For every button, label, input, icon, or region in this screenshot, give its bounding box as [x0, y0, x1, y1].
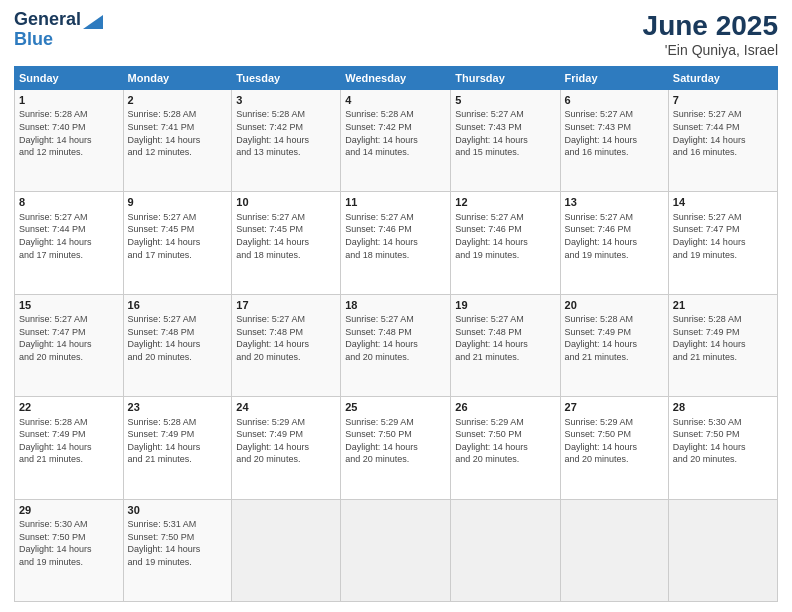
- title-section: June 2025 'Ein Quniya, Israel: [643, 10, 778, 58]
- table-row: 22Sunrise: 5:28 AM Sunset: 7:49 PM Dayli…: [15, 397, 124, 499]
- day-info: Sunrise: 5:29 AM Sunset: 7:50 PM Dayligh…: [345, 416, 446, 466]
- day-number: 13: [565, 195, 664, 210]
- day-info: Sunrise: 5:28 AM Sunset: 7:42 PM Dayligh…: [345, 108, 446, 158]
- day-info: Sunrise: 5:27 AM Sunset: 7:43 PM Dayligh…: [455, 108, 555, 158]
- day-info: Sunrise: 5:28 AM Sunset: 7:49 PM Dayligh…: [128, 416, 228, 466]
- table-row: 9Sunrise: 5:27 AM Sunset: 7:45 PM Daylig…: [123, 192, 232, 294]
- calendar-week-row: 8Sunrise: 5:27 AM Sunset: 7:44 PM Daylig…: [15, 192, 778, 294]
- table-row: 6Sunrise: 5:27 AM Sunset: 7:43 PM Daylig…: [560, 90, 668, 192]
- table-row: 8Sunrise: 5:27 AM Sunset: 7:44 PM Daylig…: [15, 192, 124, 294]
- day-number: 3: [236, 93, 336, 108]
- table-row: 16Sunrise: 5:27 AM Sunset: 7:48 PM Dayli…: [123, 294, 232, 396]
- day-info: Sunrise: 5:29 AM Sunset: 7:50 PM Dayligh…: [455, 416, 555, 466]
- table-row: 18Sunrise: 5:27 AM Sunset: 7:48 PM Dayli…: [341, 294, 451, 396]
- day-info: Sunrise: 5:27 AM Sunset: 7:48 PM Dayligh…: [455, 313, 555, 363]
- day-info: Sunrise: 5:27 AM Sunset: 7:48 PM Dayligh…: [128, 313, 228, 363]
- table-row: [668, 499, 777, 601]
- calendar-week-row: 22Sunrise: 5:28 AM Sunset: 7:49 PM Dayli…: [15, 397, 778, 499]
- table-row: 7Sunrise: 5:27 AM Sunset: 7:44 PM Daylig…: [668, 90, 777, 192]
- table-row: 23Sunrise: 5:28 AM Sunset: 7:49 PM Dayli…: [123, 397, 232, 499]
- day-number: 30: [128, 503, 228, 518]
- day-number: 11: [345, 195, 446, 210]
- table-row: 27Sunrise: 5:29 AM Sunset: 7:50 PM Dayli…: [560, 397, 668, 499]
- day-number: 20: [565, 298, 664, 313]
- day-number: 17: [236, 298, 336, 313]
- logo-blue: Blue: [14, 30, 53, 50]
- calendar-header-row: Sunday Monday Tuesday Wednesday Thursday…: [15, 67, 778, 90]
- day-number: 14: [673, 195, 773, 210]
- header-tuesday: Tuesday: [232, 67, 341, 90]
- svg-marker-0: [83, 15, 103, 29]
- calendar-week-row: 1Sunrise: 5:28 AM Sunset: 7:40 PM Daylig…: [15, 90, 778, 192]
- day-number: 29: [19, 503, 119, 518]
- day-number: 4: [345, 93, 446, 108]
- table-row: 26Sunrise: 5:29 AM Sunset: 7:50 PM Dayli…: [451, 397, 560, 499]
- table-row: 4Sunrise: 5:28 AM Sunset: 7:42 PM Daylig…: [341, 90, 451, 192]
- header-sunday: Sunday: [15, 67, 124, 90]
- day-number: 2: [128, 93, 228, 108]
- logo-general: General: [14, 10, 81, 30]
- calendar-week-row: 29Sunrise: 5:30 AM Sunset: 7:50 PM Dayli…: [15, 499, 778, 601]
- table-row: 15Sunrise: 5:27 AM Sunset: 7:47 PM Dayli…: [15, 294, 124, 396]
- table-row: [341, 499, 451, 601]
- day-number: 24: [236, 400, 336, 415]
- table-row: 17Sunrise: 5:27 AM Sunset: 7:48 PM Dayli…: [232, 294, 341, 396]
- day-info: Sunrise: 5:27 AM Sunset: 7:45 PM Dayligh…: [128, 211, 228, 261]
- header-monday: Monday: [123, 67, 232, 90]
- table-row: 11Sunrise: 5:27 AM Sunset: 7:46 PM Dayli…: [341, 192, 451, 294]
- day-number: 15: [19, 298, 119, 313]
- day-number: 18: [345, 298, 446, 313]
- day-info: Sunrise: 5:27 AM Sunset: 7:43 PM Dayligh…: [565, 108, 664, 158]
- day-info: Sunrise: 5:28 AM Sunset: 7:41 PM Dayligh…: [128, 108, 228, 158]
- day-number: 8: [19, 195, 119, 210]
- table-row: 10Sunrise: 5:27 AM Sunset: 7:45 PM Dayli…: [232, 192, 341, 294]
- table-row: 24Sunrise: 5:29 AM Sunset: 7:49 PM Dayli…: [232, 397, 341, 499]
- day-number: 25: [345, 400, 446, 415]
- table-row: 12Sunrise: 5:27 AM Sunset: 7:46 PM Dayli…: [451, 192, 560, 294]
- day-info: Sunrise: 5:28 AM Sunset: 7:49 PM Dayligh…: [673, 313, 773, 363]
- day-info: Sunrise: 5:27 AM Sunset: 7:46 PM Dayligh…: [565, 211, 664, 261]
- day-info: Sunrise: 5:27 AM Sunset: 7:47 PM Dayligh…: [673, 211, 773, 261]
- table-row: 30Sunrise: 5:31 AM Sunset: 7:50 PM Dayli…: [123, 499, 232, 601]
- header: General Blue June 2025 'Ein Quniya, Isra…: [14, 10, 778, 58]
- day-number: 12: [455, 195, 555, 210]
- day-info: Sunrise: 5:28 AM Sunset: 7:40 PM Dayligh…: [19, 108, 119, 158]
- table-row: 2Sunrise: 5:28 AM Sunset: 7:41 PM Daylig…: [123, 90, 232, 192]
- day-info: Sunrise: 5:28 AM Sunset: 7:42 PM Dayligh…: [236, 108, 336, 158]
- day-info: Sunrise: 5:27 AM Sunset: 7:46 PM Dayligh…: [455, 211, 555, 261]
- day-number: 27: [565, 400, 664, 415]
- day-info: Sunrise: 5:27 AM Sunset: 7:47 PM Dayligh…: [19, 313, 119, 363]
- calendar-week-row: 15Sunrise: 5:27 AM Sunset: 7:47 PM Dayli…: [15, 294, 778, 396]
- day-info: Sunrise: 5:30 AM Sunset: 7:50 PM Dayligh…: [19, 518, 119, 568]
- table-row: 28Sunrise: 5:30 AM Sunset: 7:50 PM Dayli…: [668, 397, 777, 499]
- table-row: [232, 499, 341, 601]
- header-saturday: Saturday: [668, 67, 777, 90]
- day-info: Sunrise: 5:27 AM Sunset: 7:48 PM Dayligh…: [345, 313, 446, 363]
- table-row: 25Sunrise: 5:29 AM Sunset: 7:50 PM Dayli…: [341, 397, 451, 499]
- day-info: Sunrise: 5:30 AM Sunset: 7:50 PM Dayligh…: [673, 416, 773, 466]
- month-title: June 2025: [643, 10, 778, 42]
- day-info: Sunrise: 5:27 AM Sunset: 7:44 PM Dayligh…: [19, 211, 119, 261]
- day-info: Sunrise: 5:27 AM Sunset: 7:45 PM Dayligh…: [236, 211, 336, 261]
- table-row: [560, 499, 668, 601]
- day-number: 7: [673, 93, 773, 108]
- table-row: [451, 499, 560, 601]
- day-info: Sunrise: 5:29 AM Sunset: 7:49 PM Dayligh…: [236, 416, 336, 466]
- table-row: 21Sunrise: 5:28 AM Sunset: 7:49 PM Dayli…: [668, 294, 777, 396]
- day-number: 19: [455, 298, 555, 313]
- calendar-table: Sunday Monday Tuesday Wednesday Thursday…: [14, 66, 778, 602]
- day-info: Sunrise: 5:31 AM Sunset: 7:50 PM Dayligh…: [128, 518, 228, 568]
- table-row: 1Sunrise: 5:28 AM Sunset: 7:40 PM Daylig…: [15, 90, 124, 192]
- day-number: 28: [673, 400, 773, 415]
- header-wednesday: Wednesday: [341, 67, 451, 90]
- day-number: 23: [128, 400, 228, 415]
- day-number: 26: [455, 400, 555, 415]
- day-number: 5: [455, 93, 555, 108]
- day-info: Sunrise: 5:28 AM Sunset: 7:49 PM Dayligh…: [565, 313, 664, 363]
- logo: General Blue: [14, 10, 103, 50]
- day-info: Sunrise: 5:27 AM Sunset: 7:44 PM Dayligh…: [673, 108, 773, 158]
- day-number: 6: [565, 93, 664, 108]
- day-info: Sunrise: 5:27 AM Sunset: 7:48 PM Dayligh…: [236, 313, 336, 363]
- table-row: 5Sunrise: 5:27 AM Sunset: 7:43 PM Daylig…: [451, 90, 560, 192]
- day-number: 1: [19, 93, 119, 108]
